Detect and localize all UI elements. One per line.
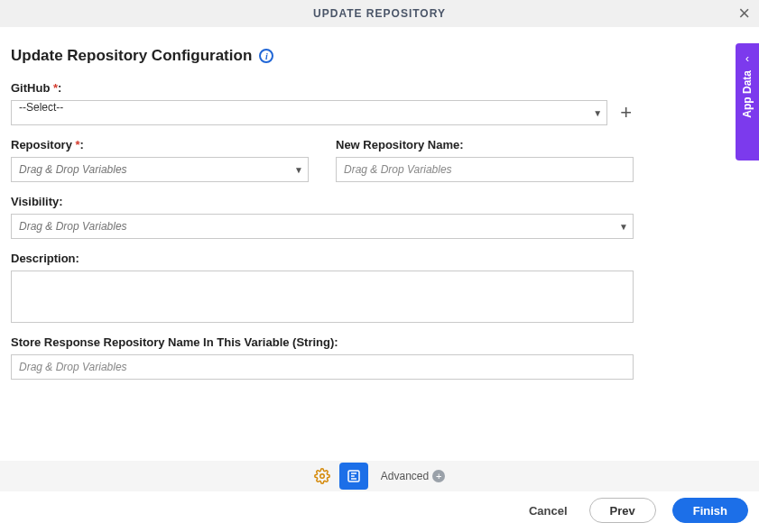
page-heading-row: Update Repository Configuration i [11, 47, 748, 65]
add-github-icon[interactable]: + [618, 103, 634, 123]
advanced-label-text: Advanced [381, 470, 429, 482]
finish-button[interactable]: Finish [672, 498, 748, 523]
new-repo-name-field: New Repository Name: [336, 138, 634, 182]
chevron-left-icon: ‹ [745, 52, 749, 65]
main-content: Update Repository Configuration i GitHub… [0, 27, 759, 380]
new-repo-name-input[interactable] [336, 157, 634, 182]
titlebar-title: UPDATE REPOSITORY [313, 7, 446, 20]
new-repo-name-label: New Repository Name: [336, 138, 634, 151]
page-heading: Update Repository Configuration [11, 47, 252, 65]
cancel-button[interactable]: Cancel [523, 498, 573, 523]
description-label: Description: [11, 252, 634, 265]
required-asterisk: * [53, 81, 58, 95]
svg-point-0 [320, 474, 325, 479]
store-response-input[interactable] [11, 354, 634, 380]
close-icon[interactable]: × [738, 4, 750, 23]
footer-actions: Cancel Prev Finish [523, 496, 748, 525]
github-field: GitHub *: --Select-- ▼ + [11, 81, 634, 125]
prev-button[interactable]: Prev [589, 498, 656, 523]
github-select[interactable]: --Select-- [11, 100, 607, 125]
visibility-field: Visibility: ▼ [11, 195, 634, 239]
info-icon[interactable]: i [259, 49, 273, 63]
visibility-select[interactable] [11, 214, 634, 239]
description-textarea[interactable] [11, 271, 634, 323]
blueprint-icon [346, 468, 362, 484]
visibility-label: Visibility: [11, 195, 634, 208]
titlebar: UPDATE REPOSITORY × [0, 0, 759, 27]
gear-icon[interactable] [314, 468, 330, 484]
store-response-label: Store Response Repository Name In This V… [11, 335, 634, 349]
store-response-field: Store Response Repository Name In This V… [11, 335, 634, 380]
repository-label: Repository *: [11, 138, 309, 151]
repository-select[interactable] [11, 157, 309, 182]
required-asterisk: * [76, 138, 80, 151]
description-field: Description: [11, 252, 634, 323]
repo-row: Repository *: ▼ New Repository Name: [11, 138, 634, 182]
app-data-tab[interactable]: ‹ App Data [736, 43, 759, 161]
repository-field: Repository *: ▼ [11, 138, 309, 182]
advanced-toggle[interactable]: Advanced + [381, 470, 445, 482]
app-data-label: App Data [741, 70, 754, 118]
plus-circle-icon: + [432, 470, 445, 482]
footer-toolbar: Advanced + [0, 461, 759, 491]
github-label: GitHub *: [11, 81, 634, 95]
blueprint-button[interactable] [339, 463, 368, 490]
